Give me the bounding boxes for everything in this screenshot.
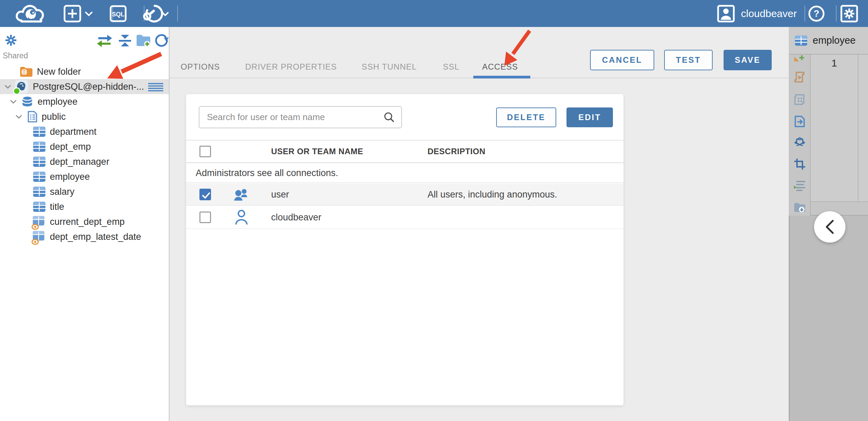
- tree-item-label: New folder: [37, 67, 81, 77]
- cloudbeaver-app: SQL cloudbeaver: [0, 0, 868, 421]
- tree-item-table-dept-manager[interactable]: dept_manager: [0, 154, 169, 169]
- presentation-toolbar: [789, 55, 811, 216]
- result-grid[interactable]: 1: [811, 55, 868, 201]
- tree-item-postgresql-connection[interactable]: PostgreSQL@ep-hidden-...: [0, 79, 169, 94]
- add-row-icon[interactable]: [794, 53, 806, 62]
- grid-column-divider: [858, 55, 858, 201]
- user-name-label: cloudbeaver: [741, 8, 797, 19]
- table-icon: [794, 35, 808, 46]
- value-viewer-icon[interactable]: [794, 158, 806, 170]
- folder-database-icon: [20, 66, 33, 77]
- header-separator: [804, 5, 805, 21]
- tree-item-label: title: [50, 202, 64, 212]
- connection-status-dot: [13, 87, 20, 95]
- access-table-header: USER OR TEAM NAME DESCRIPTION: [186, 140, 624, 163]
- tree-item-new-folder[interactable]: New folder: [0, 64, 169, 79]
- tab-label: employee: [813, 35, 856, 46]
- refresh-icon[interactable]: [154, 33, 169, 48]
- active-tab-underline: [473, 76, 530, 78]
- tree-item-label: PostgreSQL@ep-hidden-...: [33, 82, 144, 92]
- save-button[interactable]: SAVE: [724, 50, 772, 70]
- test-button[interactable]: TEST: [664, 50, 713, 70]
- tree-item-table-employee[interactable]: employee: [0, 169, 169, 184]
- search-input[interactable]: [199, 112, 383, 122]
- admin-notice-text: Administrators see all connections.: [196, 168, 338, 178]
- chevron-left-icon: [824, 219, 836, 234]
- tab-options[interactable]: OPTIONS: [181, 62, 220, 72]
- collapse-panel-button[interactable]: [814, 211, 845, 243]
- sql-icon-label: SQL: [112, 11, 124, 18]
- table-icon: [33, 186, 46, 197]
- tab-access[interactable]: ACCESS: [482, 62, 518, 72]
- database-navigator-tree: New folder PostgreSQL@ep-hidden-...: [0, 64, 169, 244]
- sidebar-settings-gear-icon[interactable]: [4, 33, 18, 47]
- header-separator: [836, 5, 837, 21]
- column-header-name: USER OR TEAM NAME: [271, 147, 363, 156]
- tree-item-view-dept-emp-latest-date[interactable]: dept_emp_latest_date: [0, 229, 169, 244]
- team-icon: [233, 188, 250, 201]
- edit-button[interactable]: EDIT: [566, 107, 613, 127]
- access-row-user[interactable]: user All users, including anonymous.: [186, 184, 624, 206]
- collapse-all-icon[interactable]: [117, 34, 132, 47]
- select-all-checkbox[interactable]: [199, 146, 211, 157]
- grid-row-number[interactable]: 1: [811, 57, 858, 69]
- tab-employee-table[interactable]: employee: [789, 27, 868, 55]
- tree-item-table-department[interactable]: department: [0, 124, 169, 139]
- settings-button[interactable]: [840, 0, 858, 27]
- delete-button[interactable]: DELETE: [496, 107, 556, 127]
- user-menu[interactable]: cloudbeaver: [717, 0, 797, 27]
- tree-item-label: dept_manager: [50, 157, 109, 167]
- row-checkbox[interactable]: [199, 189, 211, 200]
- search-icon[interactable]: [383, 112, 395, 123]
- tree-item-label: department: [50, 127, 97, 137]
- tree-item-label: dept_emp: [50, 142, 91, 152]
- gear-icon: [840, 5, 858, 23]
- row-name: cloudbeaver: [271, 212, 321, 223]
- export-data-icon[interactable]: [794, 115, 806, 128]
- tree-item-view-current-dept-emp[interactable]: current_dept_emp: [0, 214, 169, 229]
- cloudbeaver-logo-icon[interactable]: [13, 0, 47, 27]
- grid-status-bar: [811, 201, 868, 216]
- help-button[interactable]: ?: [808, 0, 825, 27]
- column-header-description: DESCRIPTION: [428, 147, 486, 156]
- chevron-down-icon[interactable]: [10, 99, 17, 104]
- chevron-down-icon[interactable]: [4, 84, 12, 89]
- view-icon: [32, 230, 46, 244]
- table-icon: [33, 141, 46, 152]
- postgresql-icon: [14, 79, 29, 94]
- row-description: All users, including anonymous.: [428, 189, 557, 200]
- tree-item-database-employee[interactable]: employee: [0, 94, 169, 109]
- tree-item-label: public: [42, 112, 66, 122]
- ai-assistant-icon[interactable]: [794, 136, 806, 149]
- chevron-down-icon: [85, 12, 92, 15]
- row-checkbox[interactable]: [199, 212, 211, 223]
- tab-ssl[interactable]: SSL: [443, 62, 459, 72]
- tree-item-label: employee: [50, 172, 90, 182]
- tab-ssh-tunnel[interactable]: SSH TUNNEL: [362, 62, 417, 72]
- new-folder-icon[interactable]: [136, 33, 152, 47]
- table-icon: [33, 156, 46, 167]
- schema-icon: [27, 111, 38, 123]
- chevron-down-icon: [162, 12, 168, 15]
- tree-item-schema-public[interactable]: public: [0, 109, 169, 124]
- grid-presentation-icon[interactable]: [794, 93, 806, 106]
- query-log-icon[interactable]: [794, 179, 806, 192]
- tree-item-table-salary[interactable]: salary: [0, 184, 169, 199]
- tree-item-table-title[interactable]: title: [0, 199, 169, 214]
- table-icon: [33, 171, 46, 182]
- tree-item-label: employee: [38, 97, 78, 107]
- access-panel: DELETE EDIT USER OR TEAM NAME DESCRIPTIO…: [186, 94, 624, 405]
- connection-menu-icon[interactable]: [148, 82, 164, 92]
- tree-item-table-dept-emp[interactable]: dept_emp: [0, 139, 169, 154]
- tab-driver-properties[interactable]: DRIVER PROPERTIES: [245, 62, 337, 72]
- save-to-folder-icon[interactable]: [794, 201, 806, 214]
- new-connection-button[interactable]: [64, 0, 95, 27]
- sql-editor-button[interactable]: SQL: [110, 0, 127, 27]
- cancel-button[interactable]: CANCEL: [590, 50, 654, 70]
- chevron-down-icon[interactable]: [15, 114, 23, 119]
- tree-item-label: dept_emp_latest_date: [50, 232, 141, 242]
- driver-manager-button[interactable]: [140, 0, 171, 27]
- script-icon[interactable]: [794, 71, 806, 83]
- sync-connections-icon[interactable]: [96, 33, 113, 48]
- access-row-cloudbeaver[interactable]: cloudbeaver: [186, 206, 624, 229]
